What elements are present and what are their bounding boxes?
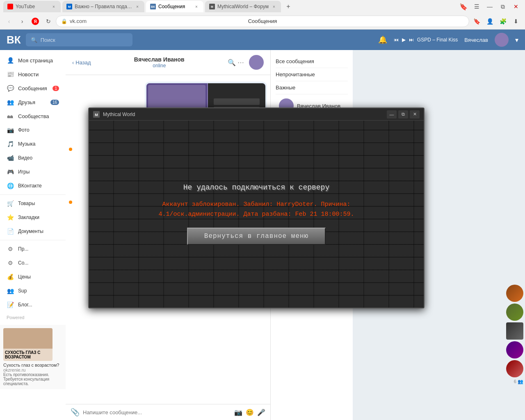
sidebar-item-price[interactable]: 💰 Цены xyxy=(0,270,66,284)
user-menu-arrow[interactable]: ▾ xyxy=(515,36,518,44)
ban-message: Аккаунт заблокирован. Забанил: HarryDote… xyxy=(158,200,354,219)
restore-button[interactable]: ⧉ xyxy=(497,1,509,12)
right-avatar-3[interactable] xyxy=(506,322,523,340)
vk-search-bar[interactable]: 🔍 xyxy=(26,33,132,46)
notifications-icon[interactable]: 🔔 xyxy=(378,35,387,44)
video-icon: 📹 xyxy=(7,154,14,162)
sidebar-item-sup[interactable]: 👥 Sup xyxy=(0,284,66,298)
forward-button[interactable]: › xyxy=(16,16,28,27)
back-button[interactable]: ‹ xyxy=(3,16,15,27)
mail-favicon: M xyxy=(66,4,72,9)
audio-icon[interactable]: 🎤 xyxy=(257,409,265,416)
sidebar-item-bookmarks[interactable]: ⭐ Закладки xyxy=(0,210,66,224)
all-messages-item[interactable]: Все сообщения xyxy=(276,55,348,68)
tab-mythical[interactable]: M MythicalWorld – Форум × xyxy=(205,1,281,12)
new-tab-button[interactable]: + xyxy=(283,1,294,12)
next-track-button[interactable]: ⏭ xyxy=(409,37,414,43)
messages-icon: 💬 xyxy=(7,84,14,92)
emoji-icon[interactable]: 😊 xyxy=(246,409,254,416)
user-avatar[interactable] xyxy=(495,33,509,47)
message-input[interactable] xyxy=(83,409,231,415)
youtube-favicon xyxy=(7,4,13,9)
minimize-button[interactable]: — xyxy=(484,1,495,12)
extensions-icon[interactable]: 🧩 xyxy=(497,16,509,27)
back-arrow: ‹ xyxy=(72,59,74,66)
ban-reason: 4.1/оск.администрации. Дата разбана: Feb… xyxy=(158,211,354,218)
vk-sidebar: 👤 Моя страница 📰 Новости 💬 Сообщения 1 👥… xyxy=(0,50,66,420)
user-name: Вячеслав xyxy=(464,37,488,43)
news-icon: 📰 xyxy=(7,71,14,78)
dialog-close-button[interactable]: ✕ xyxy=(410,110,420,119)
svg-text:M: M xyxy=(95,113,98,117)
bookmark-icon[interactable]: 🔖 xyxy=(458,1,469,12)
tab-youtube[interactable]: YouTube × xyxy=(3,1,61,12)
tab-mail-close[interactable]: × xyxy=(135,4,140,9)
sidebar-item-vk[interactable]: 🌐 ВКонтакте xyxy=(0,179,66,193)
sidebar-item-photos[interactable]: 📷 Фото xyxy=(0,123,66,137)
messages-badge: 1 xyxy=(52,86,59,91)
address-bar[interactable]: 🔒 vk.com xyxy=(56,16,469,27)
shop-icon: 🛒 xyxy=(7,200,14,207)
dialog-content: Не удалось подключиться к серверу Аккаун… xyxy=(89,121,424,308)
tab-youtube-close[interactable]: × xyxy=(51,4,57,9)
sidebar-label-photos: Фото xyxy=(18,127,30,133)
dialog-minimize-button[interactable]: — xyxy=(387,110,397,119)
tab-bar: YouTube × M Важно – Правила подачи... × … xyxy=(0,0,525,13)
sidebar-label-shop: Товары xyxy=(18,201,35,206)
sidebar-item-blog[interactable]: 📝 Блог... xyxy=(0,298,66,312)
search-message-icon[interactable]: 🔍 xyxy=(228,59,236,66)
prev-track-button[interactable]: ⏮ xyxy=(394,37,399,43)
right-avatar-5[interactable] xyxy=(506,360,523,377)
contact-info: Вячеслав Иванов online xyxy=(96,56,223,68)
dialog-titlebar: M Mythical World — ⧉ ✕ xyxy=(89,108,424,121)
sidebar-item-friends[interactable]: 👥 Друзья 16 xyxy=(0,95,66,109)
more-options-icon[interactable]: ⋯ xyxy=(237,59,244,66)
vk-header: ВК 🔍 🔔 ⏮ ▶ ⏭ GSPD – Final Kiss Вячеслав … xyxy=(0,30,525,50)
camera-icon[interactable]: 📷 xyxy=(234,409,242,416)
sidebar-item-games[interactable]: 🎮 Игры xyxy=(0,165,66,179)
right-avatar-1[interactable] xyxy=(506,285,523,302)
sidebar-item-com[interactable]: ⚙ Со... xyxy=(0,256,66,270)
dialog-title-text: Mythical World xyxy=(103,112,387,117)
pro-icon: ⚙ xyxy=(7,245,14,253)
right-avatar-4[interactable] xyxy=(506,341,523,358)
sidebar-item-groups[interactable]: 🏘 Сообщества xyxy=(0,109,66,123)
download-icon[interactable]: ⬇ xyxy=(510,16,522,27)
tab-mythical-close[interactable]: × xyxy=(271,4,277,9)
menu-icon[interactable]: ☰ xyxy=(471,1,482,12)
sidebar-item-news[interactable]: 📰 Новости xyxy=(0,67,66,81)
sidebar-item-pro[interactable]: ⚙ Пр... xyxy=(0,242,66,256)
play-button[interactable]: ▶ xyxy=(402,37,406,43)
mythical-world-dialog: M Mythical World — ⧉ ✕ Не удалось подклю… xyxy=(88,107,425,308)
blog-icon: 📝 xyxy=(7,301,14,308)
sidebar-item-messages[interactable]: 💬 Сообщения 1 xyxy=(0,81,66,95)
attach-icon[interactable]: 📎 xyxy=(71,408,80,417)
yandex-button[interactable]: Я xyxy=(30,16,41,27)
tab-mythical-title: MythicalWorld – Форум xyxy=(217,4,269,9)
profile-icon[interactable]: 👤 xyxy=(484,16,495,27)
brick-background: Не удалось подключиться к серверу Аккаун… xyxy=(89,121,424,308)
sidebar-item-video[interactable]: 📹 Видео xyxy=(0,151,66,165)
contact-status: online xyxy=(96,63,223,68)
reload-button[interactable]: ↻ xyxy=(43,16,54,27)
svg-text:M: M xyxy=(211,5,213,8)
right-avatar-2[interactable] xyxy=(506,304,523,321)
tab-vk[interactable]: ВК Сообщения × xyxy=(146,1,203,12)
mypage-icon: 👤 xyxy=(7,57,14,64)
sidebar-item-docs[interactable]: 📄 Документы xyxy=(0,224,66,238)
sidebar-item-shop[interactable]: 🛒 Товары xyxy=(0,196,66,210)
close-button[interactable]: ✕ xyxy=(510,1,522,12)
back-button[interactable]: ‹ Назад xyxy=(72,59,91,66)
tab-mail[interactable]: M Важно – Правила подачи... × xyxy=(62,1,144,12)
return-to-menu-button[interactable]: Вернуться в главное меню xyxy=(187,228,326,245)
search-input[interactable] xyxy=(41,37,123,43)
dialog-restore-button[interactable]: ⧉ xyxy=(398,110,408,119)
vk-logo: ВК xyxy=(7,34,21,46)
sidebar-item-mypage[interactable]: 👤 Моя страница xyxy=(0,53,66,67)
tab-vk-close[interactable]: × xyxy=(194,4,199,9)
sidebar-item-music[interactable]: 🎵 Музыка xyxy=(0,137,66,151)
important-messages-item[interactable]: Важные xyxy=(276,81,348,94)
unread-messages-item[interactable]: Непрочитанные xyxy=(276,68,348,81)
bookmark-toolbar-icon[interactable]: 🔖 xyxy=(471,16,482,27)
right-avatars-panel: 6 👥 xyxy=(504,283,525,386)
